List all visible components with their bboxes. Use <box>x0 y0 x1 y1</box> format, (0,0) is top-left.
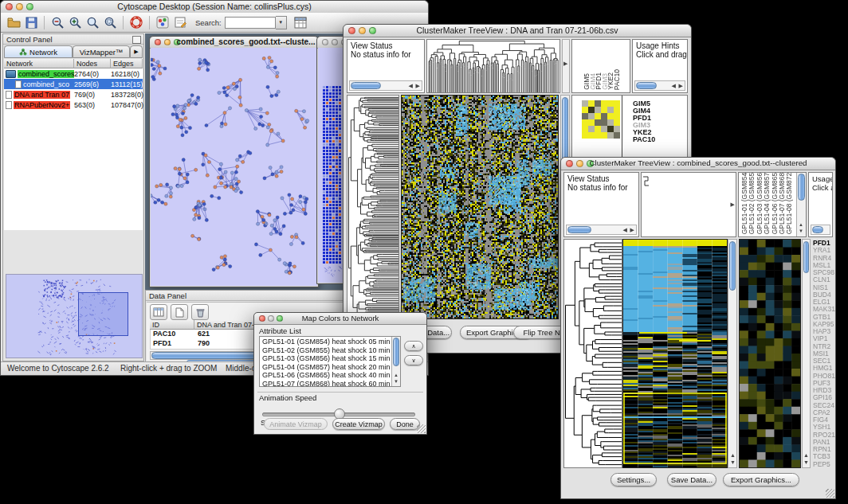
new-attribute-icon[interactable] <box>171 304 188 320</box>
network-overview-canvas[interactable] <box>6 275 140 356</box>
animate-vizmap-button[interactable]: Animate Vizmap <box>264 418 328 430</box>
animation-speed-slider[interactable] <box>262 408 415 419</box>
scroll-right-icon[interactable]: ▶ <box>630 225 634 234</box>
view-status-panel: View Status No status info for ◀ ▶ <box>563 172 639 237</box>
attribute-list-item[interactable]: GPL51-01 (GSM854) heat shock 05 min <box>260 338 391 346</box>
zoom-heatmap-canvas[interactable] <box>740 240 800 467</box>
array-dendrogram-panel[interactable]: ▶ <box>641 172 736 237</box>
zoom-out-icon[interactable] <box>49 14 66 31</box>
array-dendrogram-panel[interactable] <box>426 39 560 93</box>
attribute-list-item[interactable]: GPL51-04 (GSM857) heat shock 20 min <box>260 363 391 372</box>
labels-vscrollbar[interactable]: ▲ ▼ <box>796 173 806 236</box>
help-icon[interactable] <box>128 14 145 31</box>
dialog-title: Map Colors to Network <box>254 314 426 322</box>
zoom-vscrollbar[interactable]: ▲ ▼ <box>802 239 811 468</box>
done-button[interactable]: Done <box>390 418 420 430</box>
attribute-list-item[interactable]: GPL51-02 (GSM855) heat shock 10 min <box>260 346 391 355</box>
cell: PFD1 <box>151 339 195 349</box>
treeview-combined-buttons: Settings...Save Data...Export Graphics..… <box>561 470 835 498</box>
attribute-list-item[interactable]: GPL51-07 (GSM868) heat shock 60 min <box>260 380 391 388</box>
scroll-down-icon[interactable]: ▼ <box>394 377 398 386</box>
dp-col-id[interactable]: ID <box>150 320 194 330</box>
network-tree-row[interactable]: DNA and Tran 07769(0)183728(0) <box>4 89 143 100</box>
scroll-down-icon[interactable]: ▼ <box>730 458 736 467</box>
save-session-icon[interactable] <box>22 14 40 31</box>
scroll-left-icon[interactable]: ◀ <box>623 225 627 234</box>
global-heatmap-panel[interactable] <box>622 239 728 468</box>
main-titlebar[interactable]: Cytoscape Desktop (Session Name: collins… <box>1 1 428 14</box>
network-tree-row[interactable]: combined_sco2569(6)13112(15) <box>4 79 143 89</box>
vizmapper-icon[interactable] <box>154 14 171 31</box>
usage-hints-hscrollbar[interactable]: ◀ ▶ <box>634 80 685 91</box>
col-header-edges[interactable]: Edges <box>111 59 143 68</box>
attribute-listbox[interactable]: GPL51-01 (GSM854) heat shock 05 minGPL51… <box>259 336 401 387</box>
export-graphics-button[interactable]: Export Graphics... <box>723 473 799 486</box>
dendrogram-scroll-strip[interactable]: ▶ <box>562 39 570 93</box>
close-icon[interactable] <box>322 39 328 45</box>
scroll-right-icon[interactable]: ▶ <box>416 81 420 90</box>
network-name: combined_sco <box>23 80 69 88</box>
network-nodes-count: 563(0) <box>74 101 111 109</box>
tab-vizmapper[interactable]: VizMapper™ <box>73 45 130 58</box>
resize-grip[interactable] <box>417 424 426 433</box>
heatmap-vscrollbar[interactable]: ▲ ▼ <box>728 239 737 468</box>
minimize-icon[interactable] <box>332 39 338 45</box>
scroll-down-icon[interactable]: ▼ <box>803 458 809 467</box>
network-view-canvas[interactable] <box>151 48 317 285</box>
delete-attribute-icon[interactable] <box>191 304 209 320</box>
zoom-fit-icon[interactable] <box>84 14 101 31</box>
save-data-button[interactable]: Save Data... <box>667 473 716 486</box>
move-up-button[interactable]: ∧ <box>404 341 423 351</box>
global-heatmap-canvas[interactable] <box>623 240 727 467</box>
zoom-selected-icon[interactable] <box>101 14 119 31</box>
tab-network[interactable]: Network <box>4 45 73 58</box>
view-status-hscrollbar[interactable]: ◀ ▶ <box>566 225 637 235</box>
rotated-column-label: GPL51-08 (GSM872) <box>785 173 793 234</box>
desktop: Cytoscape Desktop (Session Name: collins… <box>0 0 848 504</box>
view-status-hscrollbar[interactable]: ◀ ▶ <box>349 80 422 91</box>
gene-dendrogram-canvas[interactable] <box>347 96 398 318</box>
zoom-gene-list: GIM5GIM4PFD1GIM3YKE2PAC10 <box>633 100 655 143</box>
scroll-right-icon[interactable]: ▶ <box>731 200 735 209</box>
scroll-down-icon[interactable]: ▼ <box>799 227 803 236</box>
network-tree-row[interactable]: combined_scores2764(0)16218(0) <box>4 68 143 79</box>
select-attributes-icon[interactable] <box>150 304 167 320</box>
attribute-list-item[interactable]: GPL51-03 (GSM856) heat shock 15 min <box>260 354 391 363</box>
gene-dendrogram-canvas[interactable] <box>564 240 622 467</box>
create-vizmap-button[interactable]: Create Vizmap <box>332 418 385 430</box>
settings-button[interactable]: Settings... <box>610 473 657 486</box>
global-heatmap-panel[interactable] <box>401 95 559 319</box>
network-overview-panel[interactable] <box>6 274 143 358</box>
gene-dendrogram-panel[interactable] <box>563 239 622 468</box>
attribute-browser-icon[interactable] <box>292 14 309 31</box>
search-dropdown-icon[interactable]: ▼ <box>276 16 287 29</box>
tab-overflow[interactable]: ▶ <box>130 45 143 58</box>
dense-network-canvas[interactable] <box>322 86 343 277</box>
move-down-button[interactable]: ∨ <box>404 355 423 365</box>
cell: PAC10 <box>151 330 195 339</box>
attribute-list-vscrollbar[interactable]: ▲ ▼ <box>391 337 400 386</box>
scroll-right-icon[interactable]: ▶ <box>679 81 683 90</box>
annotation-icon[interactable] <box>171 14 189 31</box>
network-tab-icon <box>19 49 27 56</box>
open-session-icon[interactable] <box>5 14 22 31</box>
resize-grip[interactable] <box>826 489 834 498</box>
gene-dendrogram-panel[interactable] <box>347 95 399 319</box>
search-input[interactable] <box>225 17 276 29</box>
col-header-nodes[interactable]: Nodes <box>74 59 111 68</box>
network-tree-row[interactable]: RNAPuberNov2+563(0)107847(0) <box>4 100 143 110</box>
col-header-network[interactable]: Network <box>4 59 74 68</box>
usage-hints-hscrollbar[interactable] <box>811 225 830 235</box>
array-tree-marks <box>642 174 658 190</box>
scroll-left-icon[interactable]: ◀ <box>672 81 676 90</box>
zoom-heatmap-canvas[interactable] <box>582 100 620 139</box>
attribute-list-item[interactable]: GPL51-06 (GSM865) heat shock 40 min <box>260 371 391 380</box>
zoom-heatmap-panel[interactable] <box>739 239 801 468</box>
global-heatmap-canvas[interactable] <box>402 96 558 318</box>
map-colors-dialog: Map Colors to Network Attribute List GPL… <box>253 312 427 435</box>
zoom-in-icon[interactable] <box>66 14 84 31</box>
array-dendrogram-canvas[interactable] <box>427 40 559 92</box>
scroll-left-icon[interactable]: ◀ <box>409 81 413 90</box>
float-panel-icon[interactable] <box>132 36 141 44</box>
scroll-right-icon[interactable]: ▶ <box>563 59 567 68</box>
